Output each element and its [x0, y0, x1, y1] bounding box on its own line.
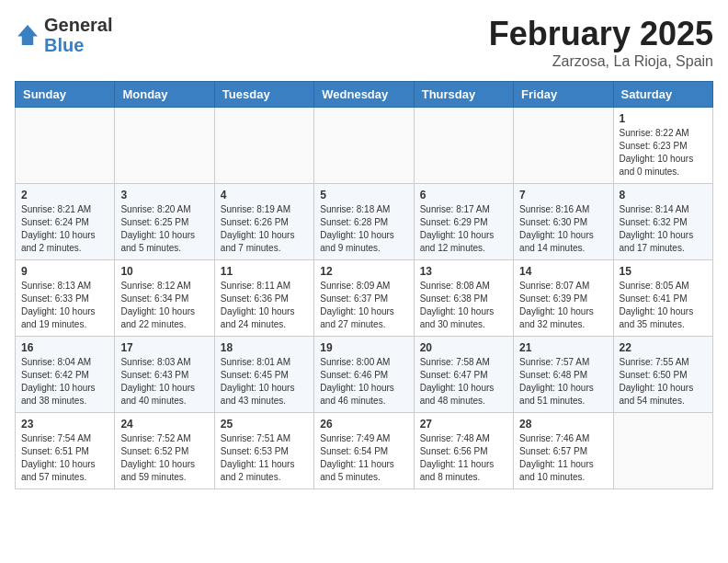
calendar-week-row: 23Sunrise: 7:54 AM Sunset: 6:51 PM Dayli…	[16, 413, 713, 489]
svg-marker-0	[17, 25, 38, 45]
logo: General Blue	[15, 15, 112, 55]
day-info: Sunrise: 8:21 AM Sunset: 6:24 PM Dayligh…	[21, 203, 108, 255]
day-number: 11	[221, 265, 308, 278]
calendar-cell: 19Sunrise: 8:00 AM Sunset: 6:46 PM Dayli…	[314, 337, 414, 413]
calendar-cell: 14Sunrise: 8:07 AM Sunset: 6:39 PM Dayli…	[514, 260, 613, 337]
day-number: 24	[120, 418, 208, 431]
calendar-cell: 4Sunrise: 8:19 AM Sunset: 6:26 PM Daylig…	[214, 184, 313, 260]
day-info: Sunrise: 8:11 AM Sunset: 6:36 PM Dayligh…	[221, 280, 308, 331]
calendar-cell: 10Sunrise: 8:12 AM Sunset: 6:34 PM Dayli…	[115, 260, 214, 337]
calendar-cell	[314, 108, 414, 184]
title-block: February 2025 Zarzosa, La Rioja, Spain	[489, 15, 713, 70]
day-number: 16	[21, 341, 108, 354]
calendar-cell: 15Sunrise: 8:05 AM Sunset: 6:41 PM Dayli…	[613, 260, 712, 337]
day-info: Sunrise: 8:04 AM Sunset: 6:42 PM Dayligh…	[21, 356, 108, 408]
day-number: 22	[620, 341, 707, 354]
calendar-header-row: SundayMondayTuesdayWednesdayThursdayFrid…	[16, 82, 713, 108]
day-info: Sunrise: 8:16 AM Sunset: 6:30 PM Dayligh…	[519, 203, 607, 255]
day-number: 5	[320, 189, 407, 201]
day-info: Sunrise: 8:20 AM Sunset: 6:25 PM Dayligh…	[120, 203, 208, 255]
calendar-week-row: 16Sunrise: 8:04 AM Sunset: 6:42 PM Dayli…	[16, 337, 713, 413]
day-of-week-header: Friday	[514, 82, 613, 108]
calendar-cell: 18Sunrise: 8:01 AM Sunset: 6:45 PM Dayli…	[214, 337, 313, 413]
day-info: Sunrise: 8:19 AM Sunset: 6:26 PM Dayligh…	[221, 203, 308, 255]
day-info: Sunrise: 7:58 AM Sunset: 6:47 PM Dayligh…	[420, 356, 507, 408]
day-info: Sunrise: 8:13 AM Sunset: 6:33 PM Dayligh…	[21, 280, 108, 331]
day-number: 12	[320, 265, 407, 278]
calendar-week-row: 2Sunrise: 8:21 AM Sunset: 6:24 PM Daylig…	[16, 184, 713, 260]
day-info: Sunrise: 7:52 AM Sunset: 6:52 PM Dayligh…	[120, 432, 208, 484]
day-number: 10	[120, 265, 208, 278]
day-number: 8	[620, 189, 707, 201]
calendar-cell: 5Sunrise: 8:18 AM Sunset: 6:28 PM Daylig…	[314, 184, 414, 260]
day-of-week-header: Wednesday	[314, 82, 414, 108]
calendar-cell: 23Sunrise: 7:54 AM Sunset: 6:51 PM Dayli…	[16, 413, 115, 489]
day-info: Sunrise: 8:07 AM Sunset: 6:39 PM Dayligh…	[519, 280, 607, 331]
day-number: 26	[320, 418, 407, 431]
calendar-cell: 17Sunrise: 8:03 AM Sunset: 6:43 PM Dayli…	[115, 337, 214, 413]
day-info: Sunrise: 8:12 AM Sunset: 6:34 PM Dayligh…	[120, 280, 208, 331]
calendar-week-row: 1Sunrise: 8:22 AM Sunset: 6:23 PM Daylig…	[16, 108, 713, 184]
calendar: SundayMondayTuesdayWednesdayThursdayFrid…	[15, 81, 713, 489]
day-number: 23	[21, 418, 108, 431]
calendar-cell: 16Sunrise: 8:04 AM Sunset: 6:42 PM Dayli…	[16, 337, 115, 413]
day-info: Sunrise: 7:51 AM Sunset: 6:53 PM Dayligh…	[221, 432, 308, 484]
day-number: 6	[420, 189, 507, 201]
calendar-cell: 26Sunrise: 7:49 AM Sunset: 6:54 PM Dayli…	[314, 413, 414, 489]
day-number: 4	[221, 189, 308, 201]
day-info: Sunrise: 8:14 AM Sunset: 6:32 PM Dayligh…	[620, 203, 707, 255]
day-number: 20	[420, 341, 507, 354]
calendar-cell: 24Sunrise: 7:52 AM Sunset: 6:52 PM Dayli…	[115, 413, 214, 489]
day-info: Sunrise: 7:49 AM Sunset: 6:54 PM Dayligh…	[320, 432, 407, 484]
calendar-cell: 9Sunrise: 8:13 AM Sunset: 6:33 PM Daylig…	[16, 260, 115, 337]
page-header: General Blue February 2025 Zarzosa, La R…	[15, 15, 713, 70]
calendar-cell	[613, 413, 712, 489]
day-info: Sunrise: 8:09 AM Sunset: 6:37 PM Dayligh…	[320, 280, 407, 331]
calendar-week-row: 9Sunrise: 8:13 AM Sunset: 6:33 PM Daylig…	[16, 260, 713, 337]
location: Zarzosa, La Rioja, Spain	[489, 53, 713, 70]
day-of-week-header: Monday	[115, 82, 214, 108]
day-info: Sunrise: 8:03 AM Sunset: 6:43 PM Dayligh…	[120, 356, 208, 408]
day-number: 17	[120, 341, 208, 354]
day-number: 7	[519, 189, 607, 201]
calendar-cell: 2Sunrise: 8:21 AM Sunset: 6:24 PM Daylig…	[16, 184, 115, 260]
day-number: 13	[420, 265, 507, 278]
day-info: Sunrise: 7:46 AM Sunset: 6:57 PM Dayligh…	[519, 432, 607, 484]
day-of-week-header: Sunday	[16, 82, 115, 108]
calendar-cell: 27Sunrise: 7:48 AM Sunset: 6:56 PM Dayli…	[414, 413, 513, 489]
calendar-cell: 11Sunrise: 8:11 AM Sunset: 6:36 PM Dayli…	[214, 260, 313, 337]
day-number: 2	[21, 189, 108, 201]
calendar-cell: 7Sunrise: 8:16 AM Sunset: 6:30 PM Daylig…	[514, 184, 613, 260]
logo-text: General Blue	[44, 15, 112, 55]
day-number: 21	[519, 341, 607, 354]
day-number: 3	[120, 189, 208, 201]
day-info: Sunrise: 8:08 AM Sunset: 6:38 PM Dayligh…	[420, 280, 507, 331]
calendar-cell	[214, 108, 313, 184]
day-number: 28	[519, 418, 607, 431]
month-title: February 2025	[489, 15, 713, 53]
day-info: Sunrise: 8:05 AM Sunset: 6:41 PM Dayligh…	[620, 280, 707, 331]
day-number: 19	[320, 341, 407, 354]
day-info: Sunrise: 7:54 AM Sunset: 6:51 PM Dayligh…	[21, 432, 108, 484]
day-number: 27	[420, 418, 507, 431]
day-info: Sunrise: 8:01 AM Sunset: 6:45 PM Dayligh…	[221, 356, 308, 408]
calendar-cell	[115, 108, 214, 184]
calendar-cell: 3Sunrise: 8:20 AM Sunset: 6:25 PM Daylig…	[115, 184, 214, 260]
day-number: 1	[620, 112, 707, 125]
day-info: Sunrise: 8:17 AM Sunset: 6:29 PM Dayligh…	[420, 203, 507, 255]
calendar-cell: 21Sunrise: 7:57 AM Sunset: 6:48 PM Dayli…	[514, 337, 613, 413]
day-info: Sunrise: 7:48 AM Sunset: 6:56 PM Dayligh…	[420, 432, 507, 484]
day-info: Sunrise: 7:55 AM Sunset: 6:50 PM Dayligh…	[620, 356, 707, 408]
day-info: Sunrise: 8:18 AM Sunset: 6:28 PM Dayligh…	[320, 203, 407, 255]
logo-general: General	[44, 15, 112, 35]
day-info: Sunrise: 8:22 AM Sunset: 6:23 PM Dayligh…	[620, 127, 707, 178]
calendar-cell: 20Sunrise: 7:58 AM Sunset: 6:47 PM Dayli…	[414, 337, 513, 413]
calendar-cell	[414, 108, 513, 184]
day-number: 18	[221, 341, 308, 354]
logo-blue: Blue	[44, 35, 84, 55]
calendar-cell: 1Sunrise: 8:22 AM Sunset: 6:23 PM Daylig…	[613, 108, 712, 184]
day-info: Sunrise: 8:00 AM Sunset: 6:46 PM Dayligh…	[320, 356, 407, 408]
calendar-cell	[514, 108, 613, 184]
day-number: 14	[519, 265, 607, 278]
calendar-cell: 25Sunrise: 7:51 AM Sunset: 6:53 PM Dayli…	[214, 413, 313, 489]
